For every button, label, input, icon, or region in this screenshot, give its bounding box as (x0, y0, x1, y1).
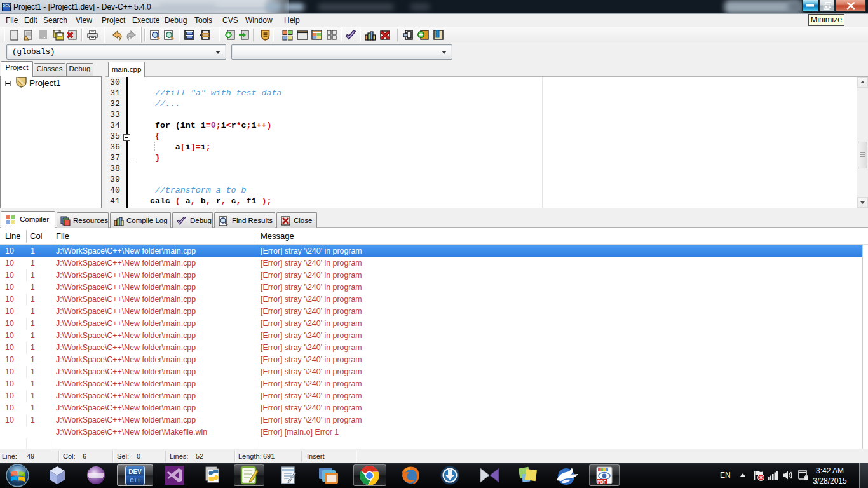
svg-text:DEV: DEV (128, 468, 142, 475)
svg-text:PDF: PDF (597, 480, 607, 484)
svg-text:C++: C++ (130, 477, 140, 484)
